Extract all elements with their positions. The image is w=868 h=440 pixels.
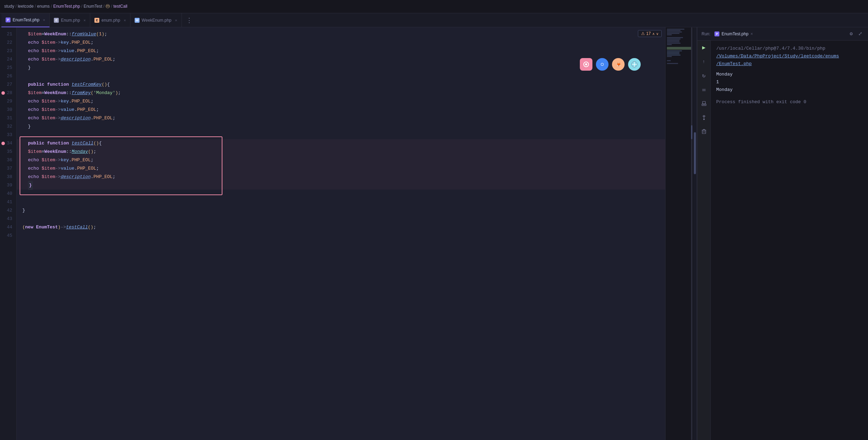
editor-vscroll-thumb[interactable] [694,132,696,174]
tab-enum[interactable]: E Enum.php × [50,13,90,27]
code-line-24[interactable]: echo $item->description.PHP_EOL; [17,55,665,64]
line-num-37: 37 [0,164,16,173]
tab-close-enum-php[interactable]: × [124,18,126,22]
output-file-path: /EnumTest.php [716,60,862,68]
rerun-button[interactable]: ↻ [700,71,708,80]
editor-area[interactable]: ⚠ 17 ∧ ∨ 🦊 [0,27,697,440]
line-num-29: 29 [0,97,16,106]
svg-rect-17 [702,130,706,134]
editor-vscroll[interactable] [693,27,697,440]
code-line-43 [17,215,665,223]
code-line-36[interactable]: echo $item->key.PHP_EOL; [17,156,665,164]
run-tab[interactable]: P EnumTest.php × [714,31,753,36]
line-num-42: 42 [0,206,16,215]
tabs-bar: P EnumTest.php × E Enum.php × E enum.php… [0,13,868,27]
tab-icon-enumtest: P [6,17,10,22]
code-line-45 [17,232,665,240]
code-line-29[interactable]: echo $item->key.PHP_EOL; [17,97,665,106]
minimap [665,27,693,440]
tab-close-enumtest[interactable]: × [43,18,45,22]
output-line1: Monday [716,71,862,78]
code-content[interactable]: $item=WeekEnum::fromValue(1); echo $item… [17,27,665,440]
pin-button[interactable] [700,113,708,122]
safari-icon[interactable] [628,58,641,71]
breadcrumb: study / leetcode / enums / EnumTest.php … [4,3,127,9]
code-line-40 [17,190,665,198]
tab-weekenum[interactable]: W WeekEnum.php × [130,13,182,27]
warning-up[interactable]: ∧ [652,32,655,36]
line-num-34: 34 [0,139,16,148]
code-line-22[interactable]: echo $item->key.PHP_EOL; [17,38,665,47]
php-path-text: /usr/local/Cellar/php@7.4/7.4.30/bin/php [716,46,825,51]
code-line-31[interactable]: echo $item->description.PHP_EOL; [17,114,665,122]
tab-label-enumtest: EnumTest.php [13,17,40,22]
code-line-41 [17,198,665,206]
code-line-23[interactable]: echo $item->value.PHP_EOL; [17,47,665,55]
right-panel: Run: P EnumTest.php × ⚙ ⤢ ▶ [697,27,868,440]
tab-close-weekenum[interactable]: × [175,18,177,22]
line-num-22: 22 [0,38,16,47]
code-line-25[interactable]: } [17,64,665,72]
tab-enum-php[interactable]: E enum.php × [90,13,130,27]
tab-icon-enum-php: E [94,18,99,23]
play-button[interactable]: ▶ [700,43,708,52]
code-line-42[interactable]: } [17,206,665,215]
file-path-link[interactable]: /EnumTest.php [716,61,752,66]
line-numbers: 21 22 23 24 25 26 27 28 29 30 31 32 33 3… [0,27,17,440]
run-label: Run: [702,31,710,36]
run-tab-icon: P [714,31,719,36]
warning-down[interactable]: ∨ [656,32,659,36]
line-num-21: 21 [0,30,16,38]
code-line-38[interactable]: echo $item->description.PHP_EOL; [17,173,665,181]
settings-icon[interactable]: ⚙ [848,30,855,37]
code-line-26 [17,72,665,80]
output-line2: 1 [716,78,862,86]
line-num-45: 45 [0,232,16,240]
app-container: study / leetcode / enums / EnumTest.php … [0,0,868,440]
print-button[interactable] [700,99,708,108]
project-path-link[interactable]: /Volumes/Data/PhpProject/Study/leetcode/… [716,54,839,59]
tab-more-button[interactable]: ⋮ [182,13,197,27]
line-num-43: 43 [0,215,16,223]
line-num-32: 32 [0,122,16,131]
line-num-26: 26 [0,72,16,80]
line-num-44: 44 [0,223,16,232]
code-line-37[interactable]: echo $item->value.PHP_EOL; [17,164,665,173]
run-tab-close[interactable]: × [750,31,753,36]
code-line-32[interactable]: } [17,122,665,131]
svg-point-15 [703,119,705,120]
warning-badge[interactable]: ⚠ 17 ∧ ∨ [638,30,662,37]
tab-close-enum[interactable]: × [84,18,86,22]
jetbrains-icon[interactable] [580,58,592,71]
right-content-wrapper: ▶ ↑ ↻ ⚌ [697,41,868,440]
main-layout: ⚠ 17 ∧ ∨ 🦊 [0,27,868,440]
line-num-39: 39 [0,181,16,190]
trash-button[interactable] [700,127,708,136]
tab-enumtest[interactable]: P EnumTest.php × [1,13,50,27]
code-line-39[interactable]: } [17,181,665,190]
warning-count: 17 [646,31,651,36]
trash-icon [701,129,707,134]
align-button[interactable]: ⚌ [700,85,708,94]
floating-icons: 🦊 [580,58,641,71]
code-line-28[interactable]: $item=WeekEnum::fromKey('Monday'); [17,89,665,97]
code-line-35[interactable]: $item=WeekEnum::Monday(); [17,148,665,156]
svg-rect-13 [703,105,705,105]
svg-point-5 [601,63,603,65]
tab-label-weekenum: WeekEnum.php [142,18,171,23]
chrome-icon[interactable] [596,58,609,71]
code-line-30[interactable]: echo $item->value.PHP_EOL; [17,106,665,114]
svg-point-2 [585,63,587,65]
line-num-41: 41 [0,198,16,206]
code-line-21[interactable]: $item=WeekEnum::fromValue(1); [17,30,665,38]
svg-rect-12 [703,101,705,104]
firefox-icon[interactable]: 🦊 [612,58,625,71]
up-button[interactable]: ↑ [700,57,708,66]
run-tab-label: EnumTest.php [721,31,748,36]
code-line-34[interactable]: public function testCall(){ [17,139,665,148]
expand-icon[interactable]: ⤢ [857,30,864,37]
code-line-44[interactable]: (new EnumTest)->testCall(); [17,223,665,232]
code-line-27[interactable]: public function testFromKey(){ [17,80,665,89]
panel-controls: ⚙ ⤢ [848,30,864,37]
output-line3: Monday [716,86,862,94]
